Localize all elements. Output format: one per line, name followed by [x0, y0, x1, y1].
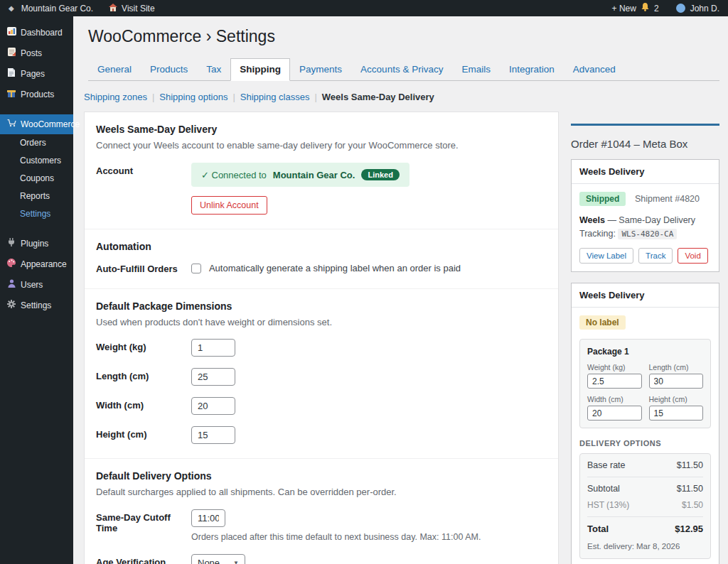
settings-panel: Weels Same-Day Delivery Connect your Wee… — [84, 112, 559, 564]
tracking-code[interactable]: WLS-4820-CA — [618, 229, 677, 239]
unlink-account-button[interactable]: Unlink Account — [191, 196, 267, 215]
appearance-icon — [6, 259, 16, 269]
carrier-service: — Same-Day Delivery — [607, 215, 695, 225]
cutoff-time-help: Orders placed after this time default to… — [191, 532, 547, 542]
tracking-label: Tracking: — [579, 229, 616, 239]
sidebar-item-dashboard[interactable]: Dashboard — [0, 22, 73, 43]
shipped-status-badge: Shipped — [579, 192, 626, 206]
page-title: WooCommerce › Settings — [88, 27, 719, 46]
metabox-column: Order #1044 – Meta Box Weels Delivery Sh… — [571, 112, 719, 564]
section-automation: Automation Auto-Fulfill Orders Automatic… — [85, 229, 558, 288]
cutoff-time-input[interactable] — [191, 509, 225, 527]
sidebar-item-label: Posts — [21, 48, 42, 58]
tab-emails[interactable]: Emails — [452, 58, 500, 81]
tax-value: $1.50 — [682, 500, 703, 510]
tab-advanced[interactable]: Advanced — [564, 58, 625, 81]
section-description: Default surcharges applied to all shipme… — [96, 487, 547, 497]
notification-count[interactable]: 2 — [654, 4, 659, 13]
estimated-delivery: Est. delivery: Mar 8, 2026 — [587, 541, 703, 558]
sidebar-item-woocommerce-settings[interactable]: Settings — [0, 205, 73, 223]
content-area: WooCommerce › Settings General Products … — [73, 16, 728, 564]
subnav-separator: | — [152, 92, 154, 102]
quote-box: Base rate $11.50 Subtotal $11.50 HST (13… — [579, 453, 711, 559]
width-input[interactable] — [191, 397, 235, 415]
sidebar-item-woocommerce[interactable]: WooCommerce — [0, 114, 73, 134]
admin-bar-site-name[interactable]: Mountain Gear Co. — [21, 4, 93, 13]
auto-fulfill-checkbox[interactable] — [191, 264, 201, 273]
woocommerce-icon — [6, 119, 16, 129]
total-label: Total — [587, 524, 609, 534]
length-input[interactable] — [191, 368, 235, 386]
sidebar-item-coupons[interactable]: Coupons — [0, 170, 73, 188]
users-icon — [6, 279, 16, 290]
sidebar-item-customers[interactable]: Customers — [0, 152, 73, 170]
weels-delivery-card-new: Weels Delivery No label Package 1 Weight… — [571, 283, 719, 564]
subnav-shipping-options[interactable]: Shipping options — [159, 92, 228, 102]
weight-input[interactable] — [191, 339, 235, 357]
tax-label: HST (13%) — [587, 500, 629, 510]
connected-text: ✓ Connected to — [201, 170, 267, 180]
pkg-height-input[interactable] — [649, 406, 704, 421]
user-name[interactable]: John D. — [690, 4, 719, 13]
package-box: Package 1 Weight (kg) Length (cm) — [579, 339, 711, 428]
delivery-options-title: DELIVERY OPTIONS — [579, 439, 711, 448]
subtotal-value: $11.50 — [677, 484, 703, 494]
tracking-line: Tracking: WLS-4820-CA — [579, 229, 711, 239]
pkg-width-input[interactable] — [587, 406, 642, 421]
subnav-shipping-classes[interactable]: Shipping classes — [240, 92, 310, 102]
cutoff-time-label: Same-Day Cutoff Time — [96, 509, 191, 533]
package-title: Package 1 — [587, 347, 703, 357]
tab-shipping[interactable]: Shipping — [230, 58, 290, 81]
section-description: Connect your Weels account to enable sam… — [96, 140, 547, 151]
pkg-weight-input[interactable] — [587, 374, 642, 389]
metabox-card-header: Weels Delivery — [572, 160, 719, 184]
sidebar-divider — [0, 223, 73, 233]
sidebar-item-reports[interactable]: Reports — [0, 188, 73, 205]
tab-accounts-privacy[interactable]: Accounts & Privacy — [351, 58, 452, 81]
section-title: Default Delivery Options — [96, 470, 547, 482]
new-button[interactable]: + New — [612, 4, 636, 13]
sidebar-item-pages[interactable]: Pages — [0, 63, 73, 84]
sidebar-item-products[interactable]: Products — [0, 84, 73, 104]
auto-fulfill-label: Auto-Fulfill Orders — [96, 261, 191, 274]
track-button[interactable]: Track — [638, 248, 673, 264]
sidebar-item-label: Settings — [20, 209, 50, 219]
section-title: Weels Same-Day Delivery — [96, 124, 547, 135]
tab-payments[interactable]: Payments — [290, 58, 351, 81]
tab-products[interactable]: Products — [141, 58, 197, 81]
metabox-card-header: Weels Delivery — [572, 283, 719, 308]
height-label: Height (cm) — [96, 426, 191, 440]
pkg-length-input[interactable] — [649, 374, 704, 389]
wp-logo-icon[interactable]: ◆ — [9, 4, 14, 12]
bell-icon[interactable] — [641, 3, 649, 13]
age-verification-select[interactable]: None ▼ — [191, 554, 245, 564]
width-label: Width (cm) — [96, 397, 191, 411]
sidebar-item-users[interactable]: Users — [0, 274, 73, 295]
visit-site-link[interactable]: Visit Site — [122, 4, 154, 13]
sidebar-item-plugins[interactable]: Plugins — [0, 233, 73, 254]
pkg-width-label: Width (cm) — [587, 395, 642, 403]
no-label-badge: No label — [579, 315, 626, 330]
tab-general[interactable]: General — [88, 58, 141, 81]
view-label-button[interactable]: View Label — [579, 248, 633, 264]
sidebar-item-appearance[interactable]: Appearance — [0, 254, 73, 274]
height-input[interactable] — [191, 426, 235, 444]
void-button[interactable]: Void — [678, 248, 707, 264]
gear-icon — [6, 300, 16, 310]
avatar[interactable] — [676, 4, 685, 13]
metabox-accent-bar — [571, 124, 719, 126]
tab-integration[interactable]: Integration — [500, 58, 564, 81]
carrier-service-line: Weels — Same-Day Delivery — [579, 215, 711, 225]
sidebar-item-settings[interactable]: Settings — [0, 295, 73, 315]
settings-tab-bar: General Products Tax Shipping Payments A… — [88, 58, 719, 81]
linked-badge: Linked — [361, 169, 399, 180]
subnav-shipping-zones[interactable]: Shipping zones — [84, 92, 147, 102]
tab-tax[interactable]: Tax — [197, 58, 230, 81]
weels-delivery-card-shipped: Weels Delivery Shipped Shipment #4820 We… — [571, 159, 719, 272]
sidebar-item-posts[interactable]: Posts — [0, 43, 73, 63]
length-label: Length (cm) — [96, 368, 191, 381]
connected-status-box: ✓ Connected to Mountain Gear Co. Linked — [191, 163, 410, 187]
shipment-number: Shipment #4820 — [635, 194, 700, 204]
sidebar-item-orders[interactable]: Orders — [0, 134, 73, 152]
sidebar-item-label: Coupons — [20, 173, 54, 183]
